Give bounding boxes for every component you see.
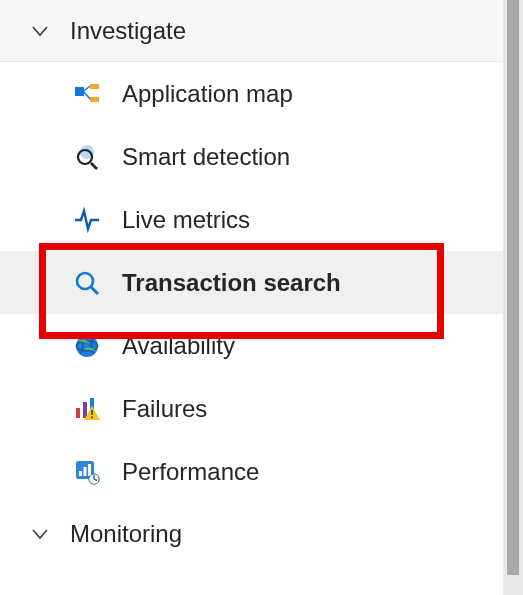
svg-rect-13	[83, 402, 87, 418]
chevron-down-icon	[28, 522, 52, 546]
scrollbar-thumb[interactable]	[507, 0, 519, 575]
svg-rect-16	[91, 410, 93, 415]
svg-line-3	[84, 86, 90, 91]
svg-rect-17	[91, 416, 93, 418]
svg-rect-20	[84, 467, 87, 476]
live-metrics-icon	[74, 207, 100, 233]
nav-label: Performance	[122, 458, 259, 486]
availability-icon	[74, 333, 100, 359]
svg-line-9	[91, 287, 98, 294]
svg-rect-21	[88, 464, 91, 476]
nav-label: Application map	[122, 80, 293, 108]
svg-rect-12	[76, 408, 80, 418]
sidebar-item-transaction-search[interactable]: Transaction search	[0, 251, 503, 314]
sidebar-panel: Investigate Application map Smart detect…	[0, 0, 503, 565]
svg-rect-1	[90, 84, 99, 89]
section-title: Monitoring	[70, 520, 182, 548]
svg-rect-0	[75, 87, 84, 96]
sidebar-item-application-map[interactable]: Application map	[0, 62, 503, 125]
svg-point-10	[76, 335, 98, 357]
sidebar-item-smart-detection[interactable]: Smart detection	[0, 125, 503, 188]
nav-label: Live metrics	[122, 206, 250, 234]
nav-label: Availability	[122, 332, 235, 360]
section-title: Investigate	[70, 17, 186, 45]
sidebar-item-performance[interactable]: Performance	[0, 440, 503, 503]
chevron-down-icon	[28, 19, 52, 43]
svg-rect-19	[79, 471, 82, 476]
sidebar-item-live-metrics[interactable]: Live metrics	[0, 188, 503, 251]
transaction-search-icon	[74, 270, 100, 296]
section-header-monitoring[interactable]: Monitoring	[0, 503, 503, 565]
svg-line-7	[91, 163, 97, 169]
sidebar-item-failures[interactable]: Failures	[0, 377, 503, 440]
section-header-investigate[interactable]: Investigate	[0, 0, 503, 62]
performance-icon	[74, 459, 100, 485]
failures-icon	[74, 396, 100, 422]
svg-rect-2	[90, 97, 99, 102]
svg-point-8	[77, 273, 93, 289]
smart-detection-icon	[74, 144, 100, 170]
nav-label: Failures	[122, 395, 207, 423]
nav-label: Smart detection	[122, 143, 290, 171]
svg-line-4	[84, 92, 90, 99]
vertical-scrollbar[interactable]	[503, 0, 523, 595]
nav-label: Transaction search	[122, 269, 341, 297]
sidebar-item-availability[interactable]: Availability	[0, 314, 503, 377]
application-map-icon	[74, 81, 100, 107]
